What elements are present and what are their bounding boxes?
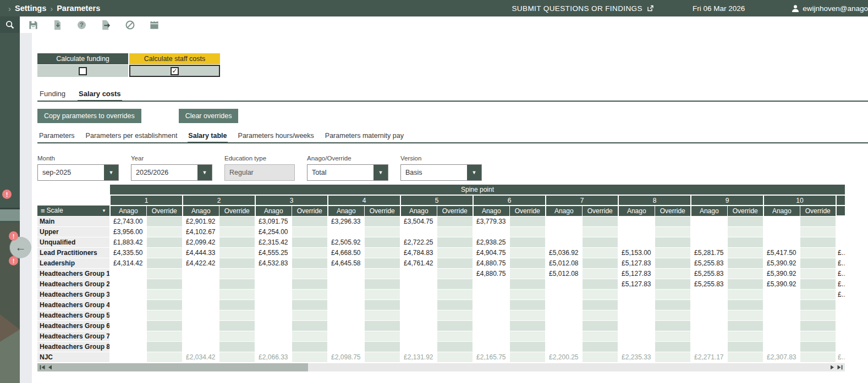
scrollbar-track[interactable] (308, 363, 845, 371)
breadcrumb-parameters[interactable]: Parameters (57, 4, 100, 13)
override-cell[interactable] (146, 331, 183, 341)
override-cell[interactable] (364, 237, 400, 247)
override-cell[interactable] (219, 268, 255, 279)
override-cell[interactable] (364, 341, 400, 352)
override-cell[interactable] (364, 226, 400, 237)
override-cell[interactable] (292, 299, 328, 310)
override-cell[interactable] (582, 247, 618, 258)
override-cell[interactable] (364, 268, 400, 279)
override-cell[interactable] (292, 216, 328, 226)
alert-badge[interactable]: ! (9, 256, 18, 265)
clear-overrides-button[interactable]: Clear overrides (179, 109, 239, 123)
override-cell[interactable] (509, 352, 546, 362)
version-select[interactable]: Basis ▼ (400, 164, 482, 181)
override-cell[interactable] (655, 299, 691, 310)
override-cell[interactable] (727, 341, 763, 352)
copy-parameters-button[interactable]: Copy parameters to overrides (37, 109, 141, 123)
override-cell[interactable] (509, 320, 546, 331)
breadcrumb-settings[interactable]: Settings (15, 4, 46, 13)
override-cell[interactable] (727, 216, 763, 226)
override-cell[interactable] (292, 331, 328, 341)
override-cell[interactable] (800, 341, 836, 352)
override-cell[interactable] (800, 310, 836, 320)
alert-badge[interactable]: ! (9, 231, 18, 241)
override-cell[interactable] (800, 216, 836, 226)
override-cell[interactable] (800, 289, 836, 299)
submit-questions-link[interactable]: SUBMIT QUESTIONS OR FINDINGS (512, 4, 653, 13)
override-cell[interactable] (582, 279, 618, 289)
scrollbar-thumb[interactable] (37, 363, 308, 371)
override-cell[interactable] (509, 237, 546, 247)
override-cell[interactable] (437, 352, 473, 362)
override-cell[interactable] (437, 331, 473, 341)
override-cell[interactable] (219, 237, 255, 247)
override-cell[interactable] (582, 237, 618, 247)
override-cell[interactable] (292, 268, 328, 279)
override-cell[interactable] (727, 331, 763, 341)
previous-page-button[interactable] (48, 365, 52, 370)
override-cell[interactable] (582, 268, 618, 279)
override-cell[interactable] (292, 352, 328, 362)
override-cell[interactable] (437, 310, 473, 320)
override-cell[interactable] (582, 216, 618, 226)
override-cell[interactable] (655, 247, 691, 258)
override-cell[interactable] (582, 310, 618, 320)
override-cell[interactable] (509, 289, 546, 299)
first-page-button[interactable] (40, 365, 46, 370)
override-cell[interactable] (582, 289, 618, 299)
override-cell[interactable] (509, 310, 546, 320)
scale-column-header[interactable]: ≡Scale▼ (37, 206, 110, 216)
override-cell[interactable] (509, 279, 546, 289)
override-cell[interactable] (437, 289, 473, 299)
override-cell[interactable] (582, 341, 618, 352)
override-cell[interactable] (509, 247, 546, 258)
override-cell[interactable] (509, 226, 546, 237)
override-cell[interactable] (364, 279, 400, 289)
calculate-staff-costs-checkbox[interactable]: ✓ (171, 67, 179, 75)
override-cell[interactable] (655, 216, 691, 226)
override-cell[interactable] (800, 299, 836, 310)
override-cell[interactable] (655, 320, 691, 331)
override-cell[interactable] (582, 320, 618, 331)
override-cell[interactable] (292, 258, 328, 268)
override-cell[interactable] (292, 247, 328, 258)
override-cell[interactable] (292, 279, 328, 289)
override-cell[interactable] (727, 320, 763, 331)
override-cell[interactable] (655, 331, 691, 341)
override-cell[interactable] (582, 352, 618, 362)
tab-funding[interactable]: Funding (39, 88, 67, 101)
override-cell[interactable] (727, 310, 763, 320)
override-cell[interactable] (146, 341, 183, 352)
override-cell[interactable] (800, 352, 836, 362)
override-cell[interactable] (727, 226, 763, 237)
override-cell[interactable] (655, 268, 691, 279)
override-cell[interactable] (219, 320, 255, 331)
tab-parameters[interactable]: Parameters (39, 131, 75, 142)
help-button[interactable]: ? (75, 19, 87, 31)
override-cell[interactable] (437, 237, 473, 247)
override-cell[interactable] (800, 258, 836, 268)
override-cell[interactable] (582, 331, 618, 341)
override-cell[interactable] (582, 226, 618, 237)
override-cell[interactable] (727, 299, 763, 310)
override-cell[interactable] (727, 289, 763, 299)
override-cell[interactable] (655, 258, 691, 268)
override-cell[interactable] (655, 226, 691, 237)
override-cell[interactable] (800, 237, 836, 247)
override-cell[interactable] (219, 341, 255, 352)
calculate-funding-checkbox[interactable] (79, 67, 87, 75)
override-cell[interactable] (219, 289, 255, 299)
override-cell[interactable] (727, 279, 763, 289)
override-cell[interactable] (655, 289, 691, 299)
override-cell[interactable] (364, 299, 400, 310)
override-cell[interactable] (582, 299, 618, 310)
calendar-button[interactable] (148, 19, 160, 31)
override-cell[interactable] (509, 299, 546, 310)
override-cell[interactable] (219, 247, 255, 258)
override-cell[interactable] (219, 226, 255, 237)
override-cell[interactable] (364, 216, 400, 226)
override-cell[interactable] (437, 341, 473, 352)
override-cell[interactable] (146, 352, 183, 362)
override-cell[interactable] (146, 247, 183, 258)
alert-badge[interactable]: ! (2, 190, 12, 199)
